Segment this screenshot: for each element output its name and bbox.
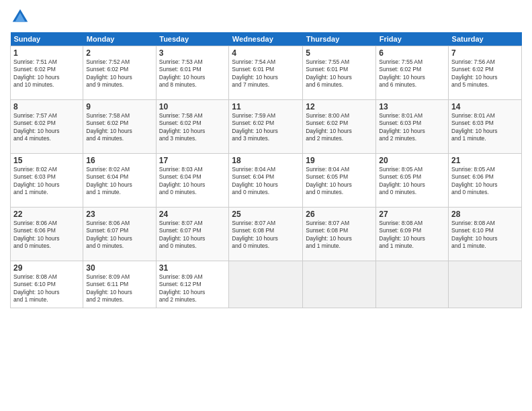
day-info: Sunrise: 8:04 AM Sunset: 6:04 PM Dayligh… [232,166,300,197]
calendar-body: 1Sunrise: 7:51 AM Sunset: 6:02 PM Daylig… [11,46,522,308]
header-cell-tuesday: Tuesday [156,32,229,46]
day-cell: 3Sunrise: 7:53 AM Sunset: 6:01 PM Daylig… [156,46,229,100]
day-cell [229,261,303,308]
day-cell: 19Sunrise: 8:04 AM Sunset: 6:05 PM Dayli… [303,154,376,208]
day-number: 10 [159,102,226,111]
day-number: 31 [159,263,226,273]
day-info: Sunrise: 7:53 AM Sunset: 6:01 PM Dayligh… [159,58,226,89]
day-number: 3 [159,48,226,58]
day-cell: 29Sunrise: 8:08 AM Sunset: 6:10 PM Dayli… [11,261,83,308]
day-info: Sunrise: 8:02 AM Sunset: 6:04 PM Dayligh… [86,166,152,197]
week-row-4: 22Sunrise: 8:06 AM Sunset: 6:06 PM Dayli… [11,208,522,261]
header-cell-friday: Friday [376,32,449,46]
day-info: Sunrise: 8:01 AM Sunset: 6:03 PM Dayligh… [451,112,519,143]
day-number: 1 [13,48,80,58]
day-info: Sunrise: 8:03 AM Sunset: 6:04 PM Dayligh… [159,166,226,197]
day-info: Sunrise: 8:08 AM Sunset: 6:10 PM Dayligh… [451,220,519,250]
day-cell: 30Sunrise: 8:09 AM Sunset: 6:11 PM Dayli… [83,261,156,308]
logo-icon [10,7,30,27]
day-cell: 26Sunrise: 8:07 AM Sunset: 6:08 PM Dayli… [303,208,376,261]
day-number: 11 [232,102,300,111]
day-cell: 18Sunrise: 8:04 AM Sunset: 6:04 PM Dayli… [229,154,303,208]
day-cell: 24Sunrise: 8:07 AM Sunset: 6:07 PM Dayli… [156,208,229,261]
header-cell-sunday: Sunday [11,32,83,46]
day-number: 14 [451,102,519,111]
calendar-table: SundayMondayTuesdayWednesdayThursdayFrid… [10,32,522,308]
day-info: Sunrise: 7:52 AM Sunset: 6:02 PM Dayligh… [86,58,152,89]
day-info: Sunrise: 8:05 AM Sunset: 6:05 PM Dayligh… [379,166,445,197]
day-number: 5 [306,48,373,58]
day-cell: 20Sunrise: 8:05 AM Sunset: 6:05 PM Dayli… [376,154,449,208]
day-info: Sunrise: 7:59 AM Sunset: 6:02 PM Dayligh… [232,112,300,143]
day-cell: 6Sunrise: 7:55 AM Sunset: 6:02 PM Daylig… [376,46,449,100]
day-cell: 2Sunrise: 7:52 AM Sunset: 6:02 PM Daylig… [83,46,156,100]
logo [10,7,32,27]
day-number: 27 [379,210,445,219]
day-cell: 21Sunrise: 8:05 AM Sunset: 6:06 PM Dayli… [449,154,522,208]
day-cell: 27Sunrise: 8:08 AM Sunset: 6:09 PM Dayli… [376,208,449,261]
day-number: 7 [451,48,519,58]
day-info: Sunrise: 8:08 AM Sunset: 6:09 PM Dayligh… [379,220,445,250]
day-info: Sunrise: 8:05 AM Sunset: 6:06 PM Dayligh… [451,166,519,197]
day-number: 28 [451,210,519,219]
day-number: 13 [379,102,445,111]
day-cell: 17Sunrise: 8:03 AM Sunset: 6:04 PM Dayli… [156,154,229,208]
day-number: 25 [232,210,300,219]
day-number: 15 [13,156,80,165]
week-row-5: 29Sunrise: 8:08 AM Sunset: 6:10 PM Dayli… [11,261,522,308]
day-cell: 31Sunrise: 8:09 AM Sunset: 6:12 PM Dayli… [156,261,229,308]
header [10,7,522,27]
header-cell-wednesday: Wednesday [229,32,303,46]
day-cell: 1Sunrise: 7:51 AM Sunset: 6:02 PM Daylig… [11,46,83,100]
day-number: 17 [159,156,226,165]
day-info: Sunrise: 8:06 AM Sunset: 6:06 PM Dayligh… [13,220,80,250]
day-info: Sunrise: 7:55 AM Sunset: 6:01 PM Dayligh… [306,58,373,89]
day-info: Sunrise: 7:51 AM Sunset: 6:02 PM Dayligh… [13,58,80,89]
day-cell: 14Sunrise: 8:01 AM Sunset: 6:03 PM Dayli… [449,100,522,154]
day-number: 22 [13,210,80,219]
day-cell [303,261,376,308]
day-cell: 15Sunrise: 8:02 AM Sunset: 6:03 PM Dayli… [11,154,83,208]
day-number: 19 [306,156,373,165]
day-number: 21 [451,156,519,165]
day-info: Sunrise: 8:01 AM Sunset: 6:03 PM Dayligh… [379,112,445,143]
page: SundayMondayTuesdayWednesdayThursdayFrid… [0,0,532,411]
day-number: 16 [86,156,152,165]
calendar-header: SundayMondayTuesdayWednesdayThursdayFrid… [11,32,522,46]
header-row: SundayMondayTuesdayWednesdayThursdayFrid… [11,32,522,46]
day-cell [376,261,449,308]
header-cell-monday: Monday [83,32,156,46]
day-info: Sunrise: 7:58 AM Sunset: 6:02 PM Dayligh… [86,112,152,143]
week-row-3: 15Sunrise: 8:02 AM Sunset: 6:03 PM Dayli… [11,154,522,208]
day-info: Sunrise: 8:00 AM Sunset: 6:02 PM Dayligh… [306,112,373,143]
day-info: Sunrise: 8:07 AM Sunset: 6:08 PM Dayligh… [232,220,300,250]
day-cell: 5Sunrise: 7:55 AM Sunset: 6:01 PM Daylig… [303,46,376,100]
day-info: Sunrise: 7:57 AM Sunset: 6:02 PM Dayligh… [13,112,80,143]
day-cell: 4Sunrise: 7:54 AM Sunset: 6:01 PM Daylig… [229,46,303,100]
day-number: 9 [86,102,152,111]
day-number: 18 [232,156,300,165]
day-number: 8 [13,102,80,111]
day-cell: 7Sunrise: 7:56 AM Sunset: 6:02 PM Daylig… [449,46,522,100]
day-number: 23 [86,210,152,219]
day-info: Sunrise: 8:07 AM Sunset: 6:08 PM Dayligh… [306,220,373,250]
day-number: 29 [13,263,80,273]
day-number: 12 [306,102,373,111]
day-cell: 11Sunrise: 7:59 AM Sunset: 6:02 PM Dayli… [229,100,303,154]
day-info: Sunrise: 8:09 AM Sunset: 6:11 PM Dayligh… [86,273,152,304]
day-info: Sunrise: 8:02 AM Sunset: 6:03 PM Dayligh… [13,166,80,197]
day-number: 6 [379,48,445,58]
header-cell-thursday: Thursday [303,32,376,46]
day-info: Sunrise: 7:56 AM Sunset: 6:02 PM Dayligh… [451,58,519,89]
day-cell: 16Sunrise: 8:02 AM Sunset: 6:04 PM Dayli… [83,154,156,208]
day-info: Sunrise: 8:08 AM Sunset: 6:10 PM Dayligh… [13,273,80,304]
day-number: 4 [232,48,300,58]
day-info: Sunrise: 7:58 AM Sunset: 6:02 PM Dayligh… [159,112,226,143]
day-cell: 10Sunrise: 7:58 AM Sunset: 6:02 PM Dayli… [156,100,229,154]
day-info: Sunrise: 8:09 AM Sunset: 6:12 PM Dayligh… [159,273,226,304]
day-number: 26 [306,210,373,219]
day-cell: 23Sunrise: 8:06 AM Sunset: 6:07 PM Dayli… [83,208,156,261]
week-row-2: 8Sunrise: 7:57 AM Sunset: 6:02 PM Daylig… [11,100,522,154]
day-number: 2 [86,48,152,58]
week-row-1: 1Sunrise: 7:51 AM Sunset: 6:02 PM Daylig… [11,46,522,100]
